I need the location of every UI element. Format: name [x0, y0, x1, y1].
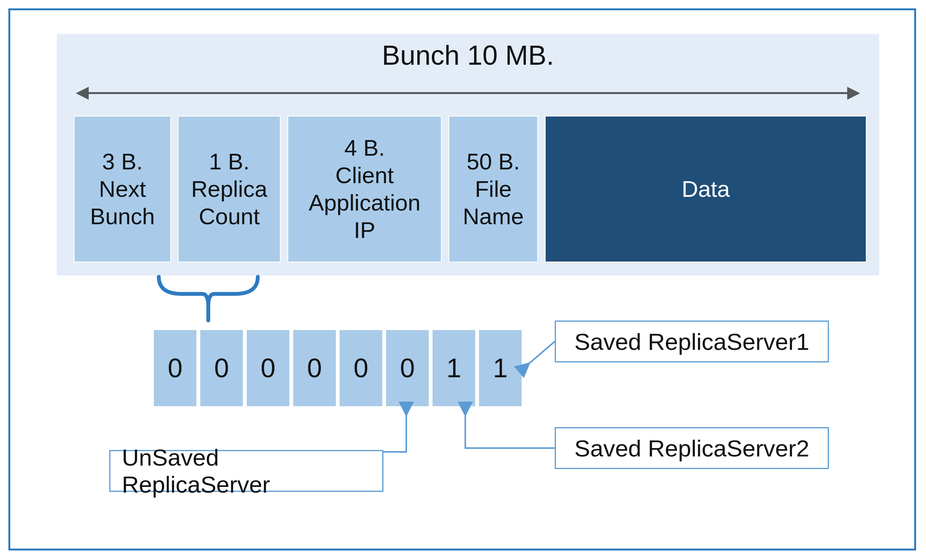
connector-saved1	[513, 341, 559, 372]
arrow-line	[86, 92, 849, 94]
bit-3: 0	[339, 329, 383, 407]
arrow-right-icon	[847, 87, 860, 100]
diagram-canvas: Bunch 10 MB. 3 B.NextBunch 1 B.ReplicaCo…	[0, 0, 926, 560]
bunch-panel: Bunch 10 MB. 3 B.NextBunch 1 B.ReplicaCo…	[56, 33, 880, 276]
field-next-bunch: 3 B.NextBunch	[74, 116, 171, 262]
connector-unsaved	[380, 406, 425, 456]
bit-7: 0	[153, 329, 197, 407]
bit-2: 0	[385, 329, 429, 407]
field-replica-count: 1 B.ReplicaCount	[178, 116, 281, 262]
connector-saved2	[444, 406, 559, 452]
label-unsaved-replica: UnSaved ReplicaServer	[109, 450, 383, 492]
bit-5: 0	[246, 329, 290, 407]
fields-row: 3 B.NextBunch 1 B.ReplicaCount 4 B.Clien…	[74, 116, 867, 262]
brace-icon	[155, 273, 262, 322]
field-client-ip: 4 B.ClientApplicationIP	[287, 116, 442, 262]
field-data: Data	[545, 116, 867, 262]
width-double-arrow	[76, 85, 860, 101]
bit-6: 0	[200, 329, 244, 407]
bunch-title: Bunch 10 MB.	[57, 40, 879, 71]
bit-row: 0 0 0 0 0 0 1 1	[153, 329, 522, 407]
bit-4: 0	[292, 329, 337, 407]
label-saved-replica-2: Saved ReplicaServer2	[555, 427, 829, 469]
label-saved-replica-1: Saved ReplicaServer1	[555, 321, 829, 362]
bit-1: 1	[432, 329, 476, 407]
field-file-name: 50 B.FileName	[449, 116, 538, 262]
outer-frame: Bunch 10 MB. 3 B.NextBunch 1 B.ReplicaCo…	[8, 8, 916, 550]
